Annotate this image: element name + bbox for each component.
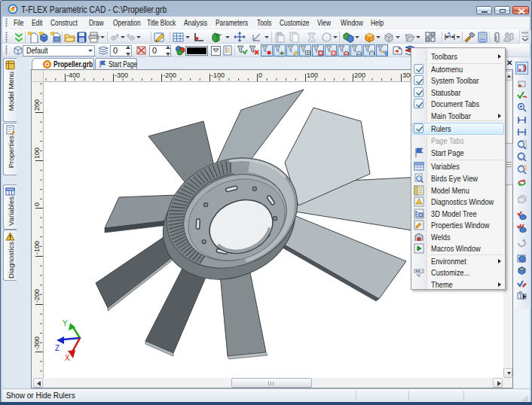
svg-text:-300: -300 (115, 72, 128, 79)
svg-text:-100: -100 (211, 72, 225, 79)
svg-text:0: 0 (33, 202, 41, 206)
svg-text:-300: -300 (33, 336, 41, 350)
svg-text:5: 5 (448, 32, 451, 37)
svg-text:200: 200 (354, 72, 365, 79)
svg-text:200: 200 (33, 99, 41, 111)
svg-text:-200: -200 (33, 289, 41, 303)
svg-text:-200: -200 (163, 72, 176, 79)
svg-text:Y: Y (63, 319, 68, 327)
svg-text:0: 0 (258, 72, 262, 79)
svg-text:-100: -100 (33, 241, 41, 254)
svg-text:100: 100 (33, 148, 41, 159)
svg-text:-400: -400 (66, 72, 80, 79)
svg-text:100: 100 (307, 72, 318, 79)
svg-text:X: X (65, 354, 70, 362)
svg-text:Z: Z (55, 344, 60, 352)
